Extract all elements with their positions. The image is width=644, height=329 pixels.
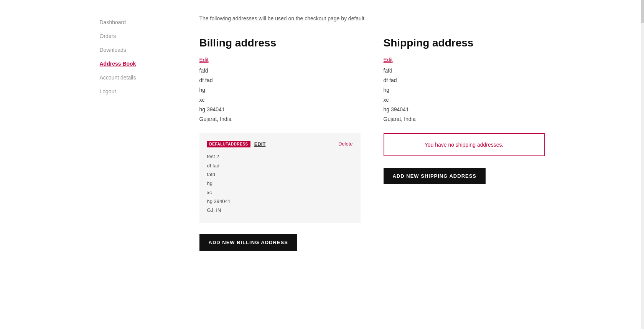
default-badge: DEFALUTADDRESS (207, 141, 250, 147)
sidebar-item-address-book[interactable]: Address Book (100, 57, 169, 71)
main-content: The following addresses will be used on … (184, 15, 545, 251)
card-line-4: hg (207, 179, 353, 188)
no-shipping-address-box: You have no shipping addresses. (384, 133, 545, 156)
shipping-line-1: fafd (384, 66, 545, 76)
card-line-7: GJ, IN (207, 206, 353, 215)
shipping-line-3: hg (384, 85, 545, 95)
shipping-line-2: df fad (384, 76, 545, 85)
billing-address-card: DEFALUTADDRESS EDIT Delete test 2 df fad… (199, 133, 361, 223)
shipping-line-5: hg 394041 (384, 105, 545, 114)
sidebar-item-logout[interactable]: Logout (100, 84, 169, 98)
scrollbar[interactable] (641, 0, 644, 266)
billing-default-address: fafd df fad hg xc hg 394041 Gujarat, Ind… (199, 66, 361, 124)
card-line-1: test 2 (207, 152, 353, 161)
billing-line-6: Gujarat, India (199, 114, 361, 124)
shipping-address-title: Shipping address (384, 37, 545, 49)
billing-line-3: hg (199, 85, 361, 95)
shipping-default-address: fafd df fad hg xc hg 394041 Gujarat, Ind… (384, 66, 545, 124)
sidebar-item-downloads[interactable]: Downloads (100, 43, 169, 57)
shipping-line-4: xc (384, 95, 545, 105)
sidebar: Dashboard Orders Downloads Address Book … (100, 15, 184, 251)
billing-address-section: Billing address Edit fafd df fad hg xc h… (199, 37, 361, 251)
card-line-6: hg 394041 (207, 197, 353, 206)
card-line-5: xc (207, 188, 353, 197)
billing-card-delete-link[interactable]: Delete (338, 141, 353, 147)
no-shipping-text: You have no shipping addresses. (425, 142, 504, 148)
billing-line-1: fafd (199, 66, 361, 76)
shipping-address-section: Shipping address Edit fafd df fad hg xc … (384, 37, 545, 251)
shipping-edit-link[interactable]: Edit (384, 57, 393, 63)
billing-line-2: df fad (199, 76, 361, 85)
sidebar-item-account-details[interactable]: Account details (100, 71, 169, 84)
scrollbar-thumb (641, 0, 644, 23)
addresses-grid: Billing address Edit fafd df fad hg xc h… (199, 37, 545, 251)
add-shipping-address-button[interactable]: ADD NEW SHIPPING ADDRESS (384, 168, 486, 184)
intro-text: The following addresses will be used on … (199, 15, 545, 21)
billing-line-5: hg 394041 (199, 105, 361, 114)
sidebar-item-dashboard[interactable]: Dashboard (100, 15, 169, 29)
card-line-3: fafd (207, 170, 353, 179)
billing-edit-link[interactable]: Edit (199, 57, 209, 63)
shipping-line-6: Gujarat, India (384, 114, 545, 124)
billing-address-title: Billing address (199, 37, 361, 49)
add-billing-address-button[interactable]: ADD NEW BILLING ADDRESS (199, 234, 297, 251)
billing-card-address: test 2 df fad fafd hg xc hg 394041 GJ, I… (207, 152, 353, 215)
billing-line-4: xc (199, 95, 361, 105)
billing-card-header: DEFALUTADDRESS EDIT (207, 141, 353, 147)
card-line-2: df fad (207, 161, 353, 170)
billing-card-edit-link[interactable]: EDIT (254, 141, 266, 147)
sidebar-item-orders[interactable]: Orders (100, 29, 169, 43)
